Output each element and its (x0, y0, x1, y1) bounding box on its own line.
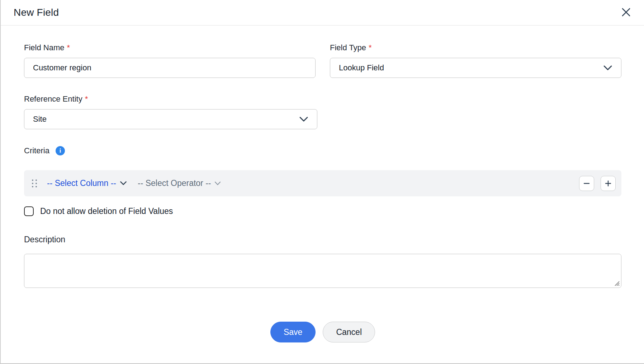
save-button[interactable]: Save (270, 322, 316, 342)
chevron-down-icon (214, 181, 221, 186)
select-column-placeholder: -- Select Column -- (47, 178, 116, 188)
select-operator-placeholder: -- Select Operator -- (138, 178, 211, 188)
required-asterisk: * (67, 43, 70, 52)
cancel-button[interactable]: Cancel (323, 322, 375, 342)
field-name-input[interactable] (24, 58, 316, 78)
criteria-row-actions (579, 176, 616, 191)
close-button[interactable] (618, 4, 634, 20)
description-label: Description (24, 235, 621, 244)
chevron-down-icon (120, 181, 127, 186)
criteria-row: -- Select Column -- -- Select Operator -… (24, 170, 621, 196)
description-textarea[interactable] (24, 254, 621, 288)
criteria-header: Criteria i (24, 146, 621, 155)
select-operator-dropdown[interactable]: -- Select Operator -- (138, 178, 221, 188)
minus-icon (583, 179, 591, 187)
field-type-selected-value: Lookup Field (339, 63, 384, 73)
field-type-select[interactable]: Lookup Field (330, 58, 621, 78)
resize-handle-icon[interactable] (614, 280, 620, 286)
field-name-label-text: Field Name (24, 43, 64, 52)
drag-handle-icon[interactable] (32, 179, 37, 187)
modal-body: Field Name * Field Type * Lookup Field (1, 43, 644, 342)
reference-entity-label-text: Reference Entity (24, 94, 82, 104)
field-row-reference: Reference Entity * Site (24, 94, 621, 129)
reference-entity-label: Reference Entity * (24, 94, 317, 104)
select-column-dropdown[interactable]: -- Select Column -- (47, 178, 127, 188)
close-icon (621, 7, 631, 18)
new-field-modal: New Field Field Name * Fiel (0, 0, 644, 364)
field-type-label: Field Type * (330, 43, 621, 52)
reference-entity-select[interactable]: Site (24, 109, 317, 129)
required-asterisk: * (369, 43, 372, 52)
chevron-down-icon (603, 65, 612, 71)
reference-entity-group: Reference Entity * Site (24, 94, 317, 129)
remove-criteria-button[interactable] (579, 176, 594, 191)
field-row-top: Field Name * Field Type * Lookup Field (24, 43, 621, 78)
field-name-group: Field Name * (24, 43, 316, 78)
field-type-group: Field Type * Lookup Field (330, 43, 621, 78)
chevron-down-icon (299, 116, 308, 122)
deletion-checkbox[interactable] (24, 206, 34, 216)
deletion-checkbox-label[interactable]: Do not allow deletion of Field Values (40, 206, 173, 216)
modal-footer: Save Cancel (24, 322, 621, 342)
criteria-label: Criteria (24, 146, 49, 155)
deletion-checkbox-row: Do not allow deletion of Field Values (24, 206, 621, 216)
field-type-label-text: Field Type (330, 43, 366, 52)
plus-icon (604, 179, 612, 187)
required-asterisk: * (85, 94, 88, 103)
field-name-label: Field Name * (24, 43, 316, 52)
reference-entity-selected-value: Site (33, 115, 47, 124)
modal-header: New Field (1, 0, 644, 25)
add-criteria-button[interactable] (601, 176, 616, 191)
info-icon[interactable]: i (56, 146, 65, 155)
page-title: New Field (14, 7, 59, 18)
description-textarea-wrap (24, 254, 621, 288)
